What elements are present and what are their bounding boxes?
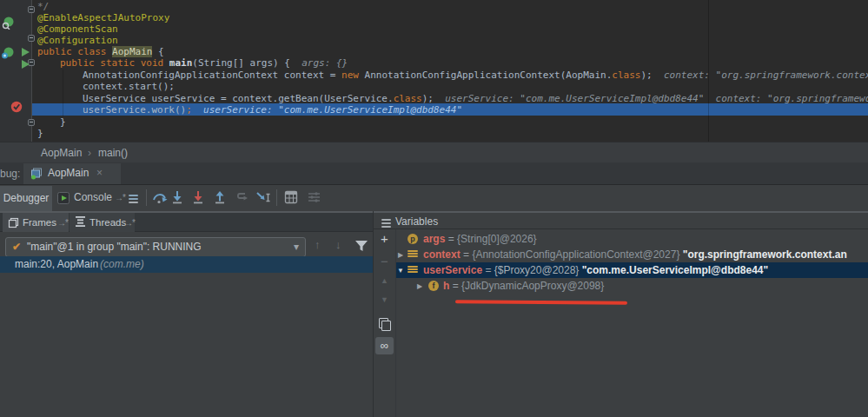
tab-threads[interactable]: Threads →*	[70, 213, 135, 232]
tab-console[interactable]: Console	[74, 191, 112, 203]
field-icon: f	[428, 281, 439, 291]
run-config-tab-label[interactable]: AopMain	[48, 167, 89, 179]
toolbar-separator	[276, 189, 277, 206]
run-to-cursor-icon[interactable]	[255, 190, 271, 205]
code-segment: @ComponentScan	[37, 23, 118, 35]
tab-frames[interactable]: Frames →*	[3, 213, 69, 232]
code-line[interactable]: @EnableAspectJAutoProxy	[37, 12, 169, 23]
move-down-icon[interactable]: ▼	[374, 295, 395, 304]
thread-selector-value: "main"@1 in group "main": RUNNING	[27, 238, 202, 256]
value-icon	[407, 250, 418, 258]
run-class-icon[interactable]	[22, 48, 30, 56]
close-icon[interactable]: ×	[96, 167, 103, 179]
view-options-icon[interactable]	[129, 193, 138, 205]
step-into-icon[interactable]	[170, 190, 186, 205]
run-config-class-icon	[30, 168, 43, 180]
code-segment: {	[152, 46, 163, 57]
breadcrumb-method[interactable]: main()	[98, 147, 128, 159]
pin-icon[interactable]: →*	[57, 214, 68, 233]
frame-location: main:20, AopMain	[15, 256, 98, 273]
code-segment: AnnotationConfigApplicationContext conte…	[83, 70, 341, 81]
variable-name: context	[423, 248, 461, 261]
equals: =	[449, 280, 461, 292]
frame-package: (com.me)	[100, 256, 144, 273]
code-line[interactable]: UserService userService = context.getBea…	[83, 93, 868, 104]
code-line[interactable]: userService.work(); userService: "com.me…	[83, 104, 462, 116]
parameter-icon: p	[407, 234, 418, 244]
thread-selector[interactable]: ✔ "main"@1 in group "main": RUNNING ▾	[5, 237, 306, 257]
step-over-icon[interactable]	[152, 190, 168, 205]
tab-debugger[interactable]: Debugger	[0, 186, 52, 211]
drop-frame-icon[interactable]	[235, 190, 250, 205]
variable-value: {AnnotationConfigApplicationContext@2027…	[472, 248, 682, 261]
code-line[interactable]: @Configuration	[37, 35, 118, 46]
frames-icon	[8, 217, 19, 228]
spring-scan-icon[interactable]	[2, 17, 15, 30]
variable-row-h[interactable]: ▶ f h = {JdkDynamicAopProxy@2098}	[396, 278, 868, 294]
code-segment: public static void	[60, 57, 169, 69]
duplicate-icon[interactable]	[379, 318, 388, 328]
run-main-icon[interactable]	[22, 60, 30, 69]
chevron-down-icon[interactable]: ▾	[294, 238, 299, 256]
variables-header: Variables	[374, 213, 868, 229]
filter-icon[interactable]	[354, 240, 368, 252]
console-icon	[57, 192, 70, 204]
code-line[interactable]: public static void main(String[] args) {…	[60, 57, 348, 69]
frame-up-icon[interactable]: ↑	[315, 238, 321, 251]
annotation-underline	[455, 300, 627, 304]
code-line[interactable]: public class AopMain {	[37, 46, 164, 57]
breadcrumb-separator: ›	[88, 147, 91, 159]
code-line[interactable]: */	[37, 1, 49, 12]
code-segment: context: "org.springframework.context.a	[653, 70, 868, 81]
code-segment: }	[37, 128, 43, 139]
variable-row-args[interactable]: p args = {String[0]@2026}	[396, 231, 868, 247]
pin-icon[interactable]: →*	[124, 214, 135, 233]
variable-row-context[interactable]: ▶ context = {AnnotationConfigApplication…	[396, 247, 868, 262]
code-segment: class	[394, 93, 422, 104]
variable-row-userservice[interactable]: ▼ userService = {$Proxy20@2028} "com.me.…	[396, 262, 868, 278]
collapse-arrow-icon[interactable]: ▼	[397, 263, 404, 278]
fold-marker-icon[interactable]	[28, 119, 35, 126]
code-line[interactable]: }	[37, 128, 43, 139]
evaluate-expression-icon[interactable]	[284, 190, 300, 205]
force-step-into-icon[interactable]	[191, 190, 207, 205]
move-up-icon[interactable]: ▲	[374, 276, 395, 285]
infinity-toggle-icon[interactable]: ∞	[375, 337, 394, 354]
variables-title: Variables	[395, 215, 438, 228]
expand-arrow-icon[interactable]: ▶	[398, 248, 403, 262]
code-line[interactable]: @ComponentScan	[37, 23, 118, 35]
fold-marker-icon[interactable]	[28, 35, 35, 42]
spring-bean-icon[interactable]	[1, 47, 15, 59]
indent-guide	[63, 70, 63, 116]
frame-down-icon[interactable]: ↓	[335, 238, 341, 251]
tab-frames-label: Frames	[23, 213, 56, 232]
frames-panel: Frames →* Threads →* ✔ "main"@1 in group…	[0, 213, 373, 417]
variable-name: userService	[423, 264, 482, 276]
expand-arrow-icon[interactable]: ▶	[417, 279, 422, 294]
add-watch-icon[interactable]: +	[374, 231, 395, 246]
fold-marker-icon[interactable]	[28, 6, 35, 13]
stack-frame-row[interactable]: main:20, AopMain (com.me)	[0, 256, 373, 273]
code-segment: userService.work()	[83, 104, 186, 116]
variables-menu-icon[interactable]	[381, 217, 391, 229]
code-segment: );	[640, 70, 652, 81]
step-out-icon[interactable]	[213, 190, 229, 205]
frames-tab-row: Frames →* Threads →*	[0, 213, 373, 232]
run-config-tab[interactable]: AopMain ×	[23, 163, 121, 184]
pin-icon[interactable]: →*	[115, 193, 125, 202]
code-line[interactable]: context.start();	[83, 81, 175, 92]
layout-settings-icon[interactable]	[307, 190, 322, 205]
code-line[interactable]: }	[60, 116, 66, 128]
toolbar-separator	[146, 189, 147, 206]
remove-watch-icon[interactable]: −	[374, 254, 395, 268]
code-segment: userService: "com.me.UserServiceImpl@dbd…	[434, 93, 704, 104]
variable-value: {String[0]@2026}	[457, 233, 537, 245]
breadcrumb-class[interactable]: AopMain	[41, 147, 82, 159]
breakpoint-icon[interactable]	[10, 101, 23, 113]
code-segment: public class	[37, 46, 112, 57]
code-segment: new	[341, 70, 359, 81]
code-line[interactable]: AnnotationConfigApplicationContext conte…	[83, 70, 868, 81]
code-segment: @Configuration	[37, 35, 118, 46]
code-segment: context: "org.springframework.	[704, 93, 868, 104]
code-editor[interactable]: */@EnableAspectJAutoProxy@ComponentScan@…	[0, 0, 868, 142]
